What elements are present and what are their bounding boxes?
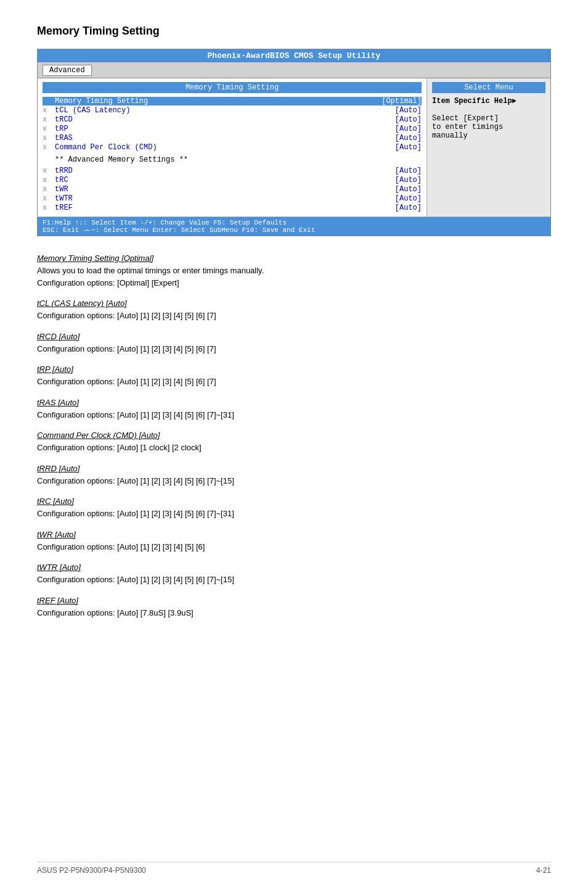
menu-prefix: x (43, 125, 55, 133)
desc-title: tRCD [Auto] (37, 332, 551, 341)
desc-text: Configuration options: [Auto] [1] [2] [3… (37, 343, 551, 355)
menu-label: tRCD (55, 115, 395, 124)
bios-advanced-items: xtRRD[Auto]xtRC[Auto]xtWR[Auto]xtWTR[Aut… (43, 167, 422, 212)
bios-menu-item[interactable]: Memory Timing Setting[Optimal] (43, 97, 422, 105)
menu-value: [Auto] (395, 115, 422, 124)
desc-text: Configuration options: [Auto] [1] [2] [3… (37, 310, 551, 322)
bios-menu-item[interactable]: xtRP[Auto] (43, 125, 422, 133)
menu-prefix: x (43, 143, 55, 152)
desc-text: Configuration options: [Auto] [1 clock] … (37, 442, 551, 454)
bios-title-bar: Phoenix-AwardBIOS CMOS Setup Utility (38, 49, 550, 62)
desc-title: tWR [Auto] (37, 530, 551, 539)
desc-title: tRAS [Auto] (37, 398, 551, 407)
footer-line: ESC: Exit →←−: Select Menu Enter: Select… (43, 226, 315, 234)
description-item: tCL (CAS Latency) [Auto]Configuration op… (37, 299, 551, 322)
bios-content-row: Memory Timing Setting Memory Timing Sett… (38, 78, 550, 217)
menu-prefix: x (43, 194, 55, 203)
sidebar-help-arrow: ► (512, 97, 517, 105)
sidebar-help-title: Item Specific Help (432, 97, 512, 105)
description-item: tRP [Auto]Configuration options: [Auto] … (37, 365, 551, 388)
menu-label: tRRD (55, 167, 395, 175)
desc-title: tCL (CAS Latency) [Auto] (37, 299, 551, 308)
menu-prefix: x (43, 176, 55, 184)
menu-prefix (43, 97, 55, 105)
bios-tab-bar: Advanced (38, 62, 550, 78)
desc-text: Configuration options: [Auto] [1] [2] [3… (37, 376, 551, 388)
bios-advanced-header: ** Advanced Memory Settings ** (55, 155, 422, 164)
page-footer: ASUS P2-P5N9300/P4-P5N9300 4-21 (37, 862, 551, 875)
menu-value: [Auto] (395, 194, 422, 203)
bios-footer-lines: F1:Help ↑↓: Select Item -/+: Change Valu… (43, 219, 315, 234)
desc-text: Allows you to load the optimal timings o… (37, 265, 551, 277)
desc-text: Configuration options: [Optimal] [Expert… (37, 277, 551, 289)
bios-advanced-item[interactable]: xtREF[Auto] (43, 204, 422, 212)
description-item: tRC [Auto]Configuration options: [Auto] … (37, 497, 551, 520)
sidebar-help-line4: manually (432, 131, 545, 140)
footer-right: 4-21 (536, 866, 551, 875)
menu-prefix: x (43, 204, 55, 212)
desc-title: Command Per Clock (CMD) [Auto] (37, 431, 551, 440)
description-item: Memory Timing Setting [Optimal]Allows yo… (37, 254, 551, 289)
desc-title: Memory Timing Setting [Optimal] (37, 254, 551, 263)
bios-sidebar-help: Item Specific Help► Select [Expert] to e… (432, 97, 545, 140)
menu-label: tWR (55, 185, 395, 194)
desc-title: tREF [Auto] (37, 596, 551, 605)
menu-value: [Auto] (395, 106, 422, 115)
desc-title: tRC [Auto] (37, 497, 551, 506)
desc-text: Configuration options: [Auto] [1] [2] [3… (37, 409, 551, 421)
bios-menu-item[interactable]: xCommand Per Clock (CMD)[Auto] (43, 143, 422, 152)
bios-section-header: Memory Timing Setting (43, 82, 422, 93)
desc-title: tWTR [Auto] (37, 563, 551, 572)
menu-value: [Auto] (395, 134, 422, 142)
menu-label: tREF (55, 204, 395, 212)
footer-line: F1:Help ↑↓: Select Item -/+: Change Valu… (43, 219, 315, 226)
menu-value: [Optimal] (382, 97, 422, 105)
bios-advanced-item[interactable]: xtRC[Auto] (43, 176, 422, 184)
descriptions-section: Memory Timing Setting [Optimal]Allows yo… (37, 254, 551, 619)
desc-text: Configuration options: [Auto] [1] [2] [3… (37, 574, 551, 586)
sidebar-help-line2: Select [Expert] (432, 114, 545, 123)
desc-text: Configuration options: [Auto] [7.8uS] [3… (37, 607, 551, 619)
menu-label: tCL (CAS Latency) (55, 106, 395, 115)
bios-advanced-item[interactable]: xtWR[Auto] (43, 185, 422, 194)
description-item: tREF [Auto]Configuration options: [Auto]… (37, 596, 551, 619)
page-title: Memory Timing Setting (37, 25, 551, 38)
bios-footer: F1:Help ↑↓: Select Item -/+: Change Valu… (38, 217, 550, 236)
menu-label: tRP (55, 125, 395, 133)
footer-left: ASUS P2-P5N9300/P4-P5N9300 (37, 866, 146, 875)
menu-value: [Auto] (395, 143, 422, 152)
menu-label: tRC (55, 176, 395, 184)
desc-title: tRRD [Auto] (37, 464, 551, 473)
menu-value: [Auto] (395, 167, 422, 175)
bios-advanced-item[interactable]: xtRRD[Auto] (43, 167, 422, 175)
menu-value: [Auto] (395, 204, 422, 212)
description-item: tRAS [Auto]Configuration options: [Auto]… (37, 398, 551, 421)
bios-menu-item[interactable]: xtCL (CAS Latency)[Auto] (43, 106, 422, 115)
menu-label: tWTR (55, 194, 395, 203)
desc-text: Configuration options: [Auto] [1] [2] [3… (37, 508, 551, 520)
bios-menu-items: Memory Timing Setting[Optimal]xtCL (CAS … (43, 97, 422, 152)
description-item: tWR [Auto]Configuration options: [Auto] … (37, 530, 551, 553)
description-item: tRRD [Auto]Configuration options: [Auto]… (37, 464, 551, 487)
description-item: Command Per Clock (CMD) [Auto]Configurat… (37, 431, 551, 454)
bios-menu-item[interactable]: xtRAS[Auto] (43, 134, 422, 142)
bios-advanced-item[interactable]: xtWTR[Auto] (43, 194, 422, 203)
bios-sidebar: Select Menu Item Specific Help► Select [… (427, 78, 550, 217)
description-item: tRCD [Auto]Configuration options: [Auto]… (37, 332, 551, 355)
bios-sidebar-header: Select Menu (432, 82, 545, 93)
bios-menu-item[interactable]: xtRCD[Auto] (43, 115, 422, 124)
menu-prefix: x (43, 134, 55, 142)
menu-label: tRAS (55, 134, 395, 142)
menu-value: [Auto] (395, 185, 422, 194)
bios-box: Phoenix-AwardBIOS CMOS Setup Utility Adv… (37, 49, 551, 236)
menu-value: [Auto] (395, 176, 422, 184)
menu-prefix: x (43, 167, 55, 175)
menu-prefix: x (43, 115, 55, 124)
menu-value: [Auto] (395, 125, 422, 133)
desc-title: tRP [Auto] (37, 365, 551, 374)
description-item: tWTR [Auto]Configuration options: [Auto]… (37, 563, 551, 586)
bios-tab-advanced[interactable]: Advanced (43, 65, 92, 76)
menu-label: Memory Timing Setting (55, 97, 382, 105)
desc-text: Configuration options: [Auto] [1] [2] [3… (37, 541, 551, 553)
menu-prefix: x (43, 185, 55, 194)
